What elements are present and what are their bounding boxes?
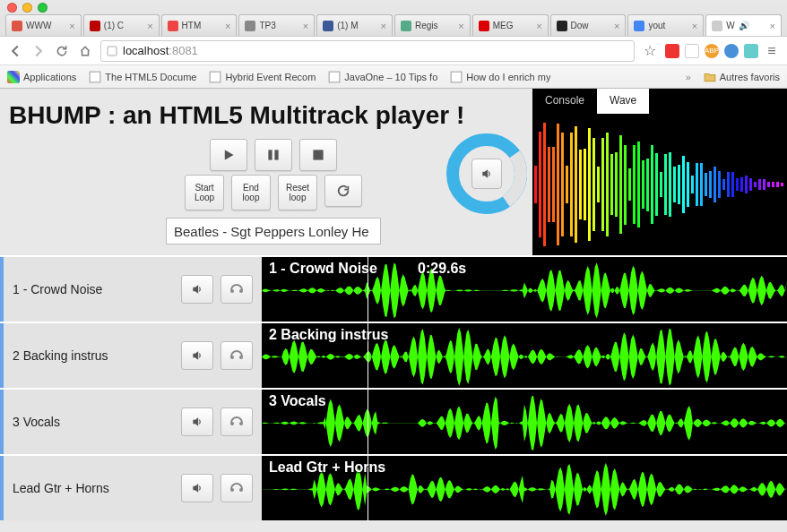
- tab-close-icon[interactable]: ×: [536, 21, 541, 31]
- reload-song-button[interactable]: [324, 175, 362, 207]
- back-button[interactable]: [7, 43, 23, 59]
- track-solo-button[interactable]: [181, 474, 213, 502]
- extension-icon[interactable]: [744, 44, 758, 58]
- bookmark-star-icon[interactable]: ☆: [642, 43, 658, 59]
- pause-button[interactable]: [255, 139, 292, 171]
- track-mute-button[interactable]: [221, 341, 253, 370]
- track-waveform[interactable]: 3 Vocals: [262, 390, 787, 454]
- favicon: [12, 21, 22, 31]
- tab-close-icon[interactable]: ×: [303, 21, 308, 31]
- tab-close-icon[interactable]: ×: [69, 21, 74, 31]
- tab-close-icon[interactable]: ×: [770, 21, 775, 31]
- bookmark-item[interactable]: JavaOne – 10 Tips fo: [328, 71, 437, 83]
- adblock-icon[interactable]: ABP: [705, 44, 719, 58]
- reset-loop-button[interactable]: Resetloop: [278, 175, 317, 210]
- extension-icon[interactable]: [685, 44, 699, 58]
- tab-close-icon[interactable]: ×: [458, 21, 463, 31]
- browser-tab[interactable]: W🔊×: [705, 14, 782, 36]
- bookmark-item[interactable]: Hybrid Event Recom: [209, 71, 316, 83]
- tab-label: WWW: [26, 21, 51, 30]
- svg-rect-2: [211, 72, 221, 82]
- tab-console[interactable]: Console: [532, 89, 597, 114]
- tab-strip: WWW×(1) C×HTM×TP3×(1) M×Regis×MEG×Dow×yo…: [0, 14, 787, 36]
- svg-rect-7: [313, 150, 323, 159]
- page-content: BHUMP : an HTML5 Multitrack player ! Sta…: [0, 89, 787, 532]
- track-header: 3 Vocals: [0, 390, 262, 454]
- url-host: localhost: [123, 44, 169, 57]
- track-solo-button[interactable]: [181, 275, 213, 304]
- tab-label: TP3: [259, 21, 275, 30]
- other-bookmarks-folder[interactable]: Autres favoris: [704, 71, 780, 83]
- browser-tab[interactable]: Dow×: [550, 14, 627, 36]
- extension-icons: ABP ≡: [665, 43, 780, 59]
- tab-label: MEG: [493, 21, 514, 30]
- track-mute-button[interactable]: [221, 275, 253, 304]
- bookmark-item[interactable]: How do I enrich my: [450, 71, 550, 83]
- browser-tab[interactable]: yout×: [627, 14, 704, 36]
- track-waveform[interactable]: 2 Backing instrus: [262, 323, 787, 388]
- favicon: [401, 21, 411, 31]
- master-volume-knob[interactable]: [446, 133, 527, 214]
- tab-label: yout: [648, 21, 665, 30]
- bookmark-item[interactable]: The HTML5 Docume: [89, 71, 196, 83]
- window-titlebar: [0, 0, 787, 14]
- tab-close-icon[interactable]: ×: [225, 21, 230, 31]
- extension-icon[interactable]: [665, 44, 679, 58]
- tab-close-icon[interactable]: ×: [147, 21, 152, 31]
- browser-tab[interactable]: HTM×: [161, 14, 238, 36]
- track-row: 1 - Crowd Noise 1 - Crowd Noise 0:29.6s: [0, 255, 787, 322]
- browser-tab[interactable]: Regis×: [394, 14, 471, 36]
- tab-label: Regis: [415, 21, 438, 30]
- menu-icon[interactable]: ≡: [764, 43, 780, 59]
- home-button[interactable]: [77, 43, 93, 59]
- svg-rect-5: [268, 150, 272, 159]
- window-minimize-button[interactable]: [22, 3, 32, 13]
- browser-toolbar: localhost:8081 ☆ ABP ≡: [0, 36, 787, 64]
- end-loop-button[interactable]: Endloop: [231, 175, 271, 210]
- track-header: 2 Backing instrus: [0, 323, 262, 388]
- window-zoom-button[interactable]: [38, 3, 48, 13]
- svg-rect-0: [108, 47, 117, 56]
- tab-label: (1) M: [337, 21, 358, 30]
- track-mute-button[interactable]: [221, 408, 253, 436]
- start-loop-button[interactable]: StartLoop: [185, 175, 224, 210]
- address-bar[interactable]: localhost:8081: [100, 40, 635, 62]
- audio-icon: 🔊: [739, 21, 749, 30]
- playhead[interactable]: [368, 390, 368, 454]
- track-mute-button[interactable]: [221, 474, 253, 502]
- track-row: Lead Gtr + Horns Lead Gtr + Horns: [0, 454, 787, 520]
- extension-icon[interactable]: [724, 44, 739, 58]
- browser-tab[interactable]: (1) M×: [316, 14, 393, 36]
- tab-close-icon[interactable]: ×: [614, 21, 619, 31]
- favicon: [557, 21, 567, 31]
- reload-button[interactable]: [54, 43, 70, 59]
- svg-point-9: [239, 289, 243, 293]
- tab-label: HTM: [182, 21, 202, 30]
- bookmarks-bar: ApplicationsThe HTML5 DocumeHybrid Event…: [0, 64, 787, 88]
- track-waveform[interactable]: Lead Gtr + Horns: [262, 456, 787, 520]
- window-close-button[interactable]: [7, 3, 17, 13]
- bookmark-label: Applications: [23, 72, 76, 82]
- track-solo-button[interactable]: [181, 341, 213, 370]
- favicon: [323, 21, 333, 31]
- svg-point-12: [230, 422, 234, 425]
- bookmark-item[interactable]: Applications: [7, 71, 76, 83]
- stop-button[interactable]: [299, 139, 337, 171]
- tab-close-icon[interactable]: ×: [381, 21, 386, 31]
- track-name-label: Lead Gtr + Horns: [13, 481, 174, 495]
- bookmark-label: How do I enrich my: [466, 72, 550, 82]
- play-button[interactable]: [210, 139, 247, 171]
- browser-tab[interactable]: TP3×: [238, 14, 315, 36]
- browser-tab[interactable]: WWW×: [5, 14, 82, 36]
- track-solo-button[interactable]: [181, 408, 213, 436]
- browser-tab[interactable]: MEG×: [472, 14, 549, 36]
- tab-wave[interactable]: Wave: [597, 89, 649, 114]
- track-name-label: 1 - Crowd Noise: [13, 282, 174, 296]
- song-title-input[interactable]: [166, 218, 381, 245]
- browser-tab[interactable]: (1) C×: [83, 14, 160, 36]
- tab-label: Dow: [571, 21, 589, 30]
- tab-close-icon[interactable]: ×: [692, 21, 697, 31]
- forward-button[interactable]: [30, 43, 47, 59]
- track-waveform[interactable]: 1 - Crowd Noise 0:29.6s: [262, 257, 787, 322]
- favicon: [479, 21, 489, 31]
